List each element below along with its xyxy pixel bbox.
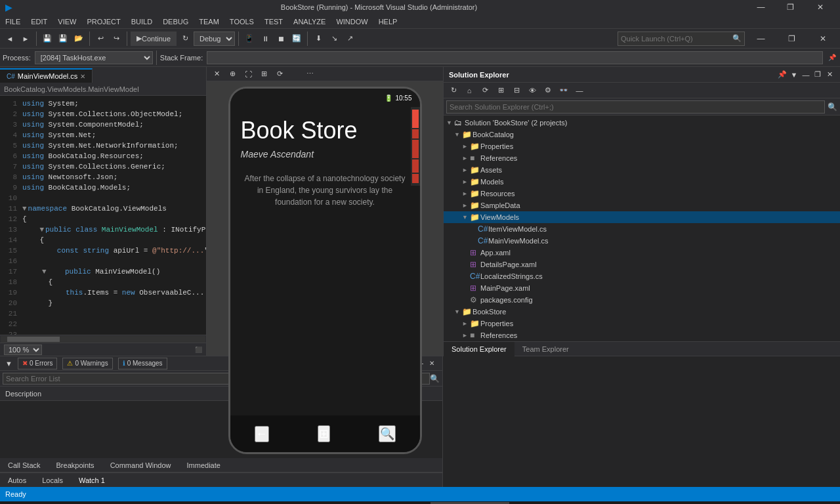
toolbar-redo[interactable]: ↪ bbox=[109, 32, 123, 46]
menu-file[interactable]: FILE bbox=[0, 14, 26, 29]
menu-test[interactable]: TEST bbox=[259, 14, 288, 29]
sol-refresh-btn[interactable]: ↻ bbox=[446, 83, 461, 98]
process-select[interactable]: [2084] TaskHost.exe bbox=[35, 51, 153, 64]
quick-launch-input[interactable] bbox=[618, 35, 730, 43]
autos-tab-locals[interactable]: Locals bbox=[34, 473, 71, 488]
toolbar-restart[interactable]: 🔄 bbox=[289, 32, 304, 46]
tree-project-bookcatalog[interactable]: ▼ 📁 BookCatalog bbox=[444, 129, 840, 140]
editor-tab-mainviewmodel[interactable]: C# MainViewModel.cs ✕ bbox=[0, 68, 93, 83]
error-search-icon[interactable]: 🔍 bbox=[430, 374, 440, 383]
continue-button[interactable]: ▶ Continue bbox=[131, 32, 177, 46]
main-toolbar-minimize[interactable]: — bbox=[746, 32, 776, 46]
toolbar-step-into[interactable]: ↘ bbox=[327, 32, 341, 46]
sol-tab-solution-explorer[interactable]: Solution Explorer bbox=[444, 342, 514, 356]
autos-tab-autos[interactable]: Autos bbox=[0, 473, 34, 488]
tree-viewmodels-bookcatalog[interactable]: ▼ 📁 ViewModels bbox=[444, 211, 840, 223]
tree-mainpage[interactable]: ⊞ MainPage.xaml bbox=[444, 282, 840, 294]
errors-filter-button[interactable]: ✖ 0 Errors bbox=[18, 358, 58, 369]
toolbar-forward[interactable]: ► bbox=[18, 32, 33, 46]
phone-fullscreen-btn[interactable]: ⛶ bbox=[241, 67, 255, 81]
tree-detailspage[interactable]: ⊞ DetailsPage.xaml bbox=[444, 259, 840, 270]
sol-home-btn[interactable]: ⌂ bbox=[462, 83, 476, 98]
debug-tab-breakpoints[interactable]: Breakpoints bbox=[49, 458, 102, 472]
sol-expand-btn[interactable]: ⊞ bbox=[494, 83, 508, 98]
phone-close-btn[interactable]: ✕ bbox=[209, 67, 224, 81]
menu-tools[interactable]: TOOLS bbox=[224, 14, 259, 29]
zoom-select[interactable]: 100 % bbox=[4, 345, 42, 355]
close-button[interactable]: ✕ bbox=[805, 0, 835, 14]
sol-search-icon[interactable]: 🔍 bbox=[828, 102, 837, 112]
autos-tab-watch1[interactable]: Watch 1 bbox=[71, 473, 113, 488]
tree-localizedstrings[interactable]: C# LocalizedStrings.cs bbox=[444, 270, 840, 282]
toolbar-step-out[interactable]: ↗ bbox=[343, 32, 357, 46]
menu-debug[interactable]: DEBUG bbox=[158, 14, 194, 29]
refresh-button[interactable]: ↻ bbox=[178, 32, 192, 46]
toolbar-save[interactable]: 💾 bbox=[40, 32, 54, 46]
sol-preview-btn[interactable]: 👓 bbox=[556, 83, 571, 98]
toolbar-open[interactable]: 📂 bbox=[72, 32, 86, 46]
tree-packagesconfig[interactable]: ⚙ packages.config bbox=[444, 294, 840, 306]
tree-sampledata-bookcatalog[interactable]: ► 📁 SampleData bbox=[444, 200, 840, 211]
warnings-filter-button[interactable]: ⚠ 0 Warnings bbox=[62, 358, 112, 369]
sol-dropdown-button[interactable]: ▼ bbox=[789, 70, 799, 80]
toolbar-undo[interactable]: ↩ bbox=[93, 32, 108, 46]
tree-references-bookcatalog[interactable]: ► ■ References bbox=[444, 152, 840, 164]
tab-close-icon[interactable]: ✕ bbox=[80, 73, 85, 80]
code-content[interactable]: using System; using System.Collections.O… bbox=[20, 96, 206, 335]
sol-pin-button[interactable]: 📌 bbox=[777, 70, 788, 80]
debug-tab-callstack[interactable]: Call Stack bbox=[0, 458, 49, 472]
error-panel-close[interactable]: ✕ bbox=[427, 358, 437, 369]
tree-properties-bookstore[interactable]: ► 📁 Properties bbox=[444, 318, 840, 329]
maximize-button[interactable]: ❐ bbox=[776, 0, 805, 14]
toolbar-stop[interactable]: ⏹ bbox=[274, 32, 288, 46]
sol-show-all-btn[interactable]: 👁 bbox=[525, 83, 539, 98]
main-toolbar-maximize[interactable]: ❐ bbox=[777, 32, 807, 46]
debug-toolbar-pin[interactable]: 📌 bbox=[827, 52, 837, 63]
phone-rotate-btn[interactable]: ⟳ bbox=[272, 67, 287, 81]
tree-project-bookstore[interactable]: ▼ 📁 BookStore bbox=[444, 306, 840, 318]
tree-properties-bookcatalog[interactable]: ► 📁 Properties bbox=[444, 140, 840, 152]
sol-filter-btn[interactable]: — bbox=[572, 83, 587, 98]
sol-tab-team-explorer[interactable]: Team Explorer bbox=[514, 342, 577, 356]
debug-config-select[interactable]: Debug bbox=[194, 32, 235, 46]
phone-zoom-btn[interactable]: ⊕ bbox=[225, 67, 240, 81]
tree-solution-root[interactable]: ▼ 🗂 Solution 'BookStore' (2 projects) bbox=[444, 117, 840, 129]
toolbar-step-over[interactable]: ⬇ bbox=[311, 32, 326, 46]
tree-references-bookstore[interactable]: ► ■ References bbox=[444, 329, 840, 341]
editor-horizontal-scrollbar[interactable] bbox=[0, 335, 206, 343]
menu-team[interactable]: TEAM bbox=[194, 14, 224, 29]
menu-help[interactable]: HELP bbox=[373, 14, 403, 29]
sol-close-button[interactable]: ✕ bbox=[824, 70, 835, 80]
menu-analyze[interactable]: ANALYZE bbox=[288, 14, 331, 29]
phone-fit-btn[interactable]: ⊞ bbox=[257, 67, 271, 81]
phone-search-button[interactable]: 🔍 bbox=[379, 425, 396, 442]
minimize-button[interactable]: — bbox=[746, 0, 776, 14]
sol-maximize-button[interactable]: ❐ bbox=[812, 70, 823, 80]
toolbar-saveall[interactable]: 💾 bbox=[56, 32, 70, 46]
toolbar-back[interactable]: ◄ bbox=[3, 32, 17, 46]
menu-window[interactable]: WINDOW bbox=[331, 14, 373, 29]
menu-view[interactable]: VIEW bbox=[52, 14, 81, 29]
phone-home-button[interactable]: ⊞ bbox=[318, 425, 330, 442]
phone-back-button[interactable]: ← bbox=[255, 426, 269, 442]
debug-tab-commandwindow[interactable]: Command Window bbox=[102, 458, 179, 472]
sol-collapse-btn[interactable]: ⊟ bbox=[509, 83, 524, 98]
toolbar-device[interactable]: 📱 bbox=[242, 32, 257, 46]
menu-build[interactable]: BUILD bbox=[126, 14, 158, 29]
tree-models-bookcatalog[interactable]: ► 📁 Models bbox=[444, 176, 840, 188]
solution-explorer-search-input[interactable] bbox=[446, 100, 825, 114]
code-editor-body[interactable]: 12345 678910 1112131415 1617181920 21222… bbox=[0, 96, 206, 335]
tree-mainviewmodel[interactable]: C# MainViewModel.cs bbox=[444, 235, 840, 247]
tree-itemviewmodel[interactable]: C# ItemViewModel.cs bbox=[444, 223, 840, 235]
menu-edit[interactable]: EDIT bbox=[26, 14, 52, 29]
sol-minimize-button[interactable]: — bbox=[801, 70, 811, 80]
tree-resources-bookcatalog[interactable]: ► 📁 Resources bbox=[444, 188, 840, 200]
sol-properties-btn[interactable]: ⚙ bbox=[541, 83, 555, 98]
sol-sync-btn[interactable]: ⟳ bbox=[478, 83, 492, 98]
phone-more-btn[interactable]: ⋯ bbox=[303, 67, 317, 81]
messages-filter-button[interactable]: ℹ 0 Messages bbox=[118, 358, 167, 369]
tree-assets-bookcatalog[interactable]: ► 📁 Assets bbox=[444, 164, 840, 176]
toolbar-pause[interactable]: ⏸ bbox=[258, 32, 272, 46]
menu-project[interactable]: PROJECT bbox=[81, 14, 125, 29]
tree-appxaml[interactable]: ⊞ App.xaml bbox=[444, 247, 840, 259]
